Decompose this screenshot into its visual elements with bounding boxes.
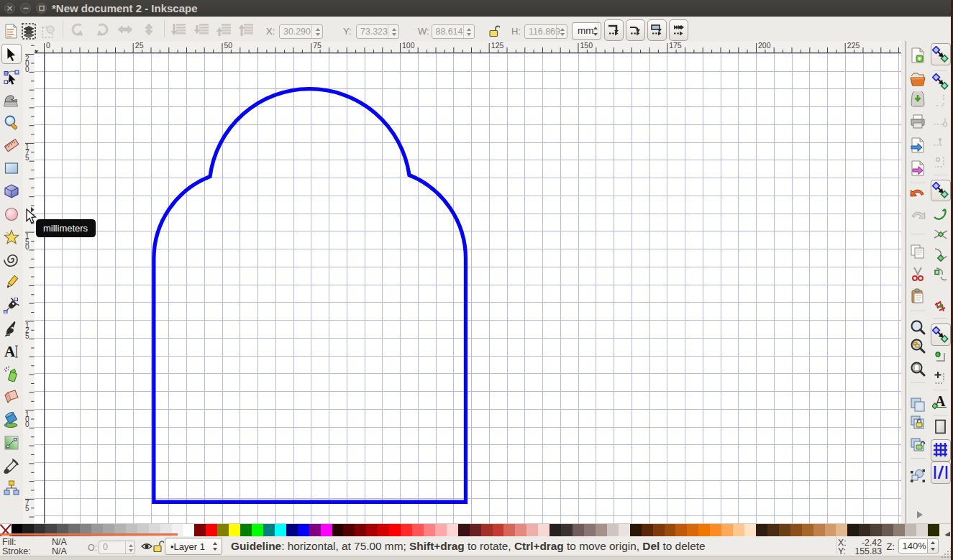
svg-text:175: 175	[669, 41, 682, 50]
svg-text:5: 5	[25, 332, 29, 340]
svg-text:75: 75	[313, 41, 322, 50]
svg-text:200: 200	[758, 41, 771, 50]
svg-text:0: 0	[25, 65, 29, 73]
svg-text:225: 225	[847, 41, 860, 50]
svg-text:0: 0	[25, 243, 29, 251]
svg-text:A: A	[4, 344, 16, 359]
svg-text:100: 100	[402, 41, 415, 50]
svg-text:150: 150	[580, 41, 593, 50]
svg-text:5: 5	[25, 505, 29, 513]
svg-text:0: 0	[46, 41, 50, 50]
svg-text:125: 125	[491, 41, 504, 50]
svg-text:50: 50	[224, 41, 233, 50]
svg-text:25: 25	[135, 41, 144, 50]
svg-text:5: 5	[25, 154, 29, 162]
svg-text:0: 0	[25, 421, 29, 428]
